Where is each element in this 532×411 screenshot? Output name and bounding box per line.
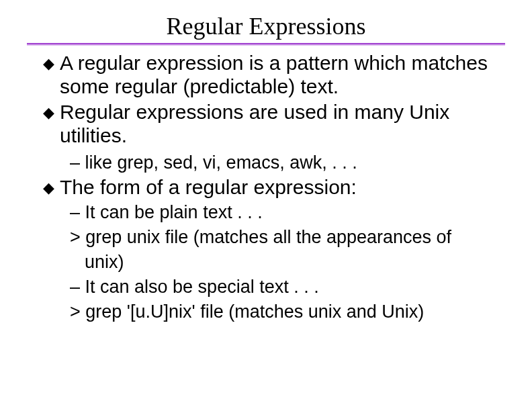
bullet-2: ◆ Regular expressions are used in many U…	[43, 100, 498, 148]
diamond-icon: ◆	[43, 104, 54, 148]
bullet-3: ◆ The form of a regular expression:	[43, 175, 498, 199]
bullet-1-text: A regular expression is a pattern which …	[60, 51, 498, 99]
slide-title: Regular Expressions	[27, 12, 505, 40]
bullet-3-sub-4: > grep '[u.U]nix' file (matches unix and…	[70, 301, 498, 323]
slide-body: ◆ A regular expression is a pattern whic…	[27, 51, 505, 323]
bullet-2-sub-1-text: – like grep, sed, vi, emacs, awk, . . .	[70, 152, 357, 173]
bullet-3-sub-3: – It can also be special text . . .	[70, 276, 498, 298]
bullet-3-text: The form of a regular expression:	[60, 175, 498, 199]
bullet-2-sub-1: – like grep, sed, vi, emacs, awk, . . .	[70, 152, 498, 174]
bullet-3-sub-2-cont: unix)	[85, 251, 498, 273]
diamond-icon: ◆	[43, 179, 54, 199]
bullet-3-sub-1: – It can be plain text . . .	[70, 201, 498, 224]
title-divider	[27, 43, 505, 46]
bullet-3-sub-1-text: – It can be plain text . . .	[70, 202, 263, 222]
bullet-3-sub-2: > grep unix file (matches all the appear…	[70, 226, 498, 248]
slide: Regular Expressions ◆ A regular expressi…	[0, 0, 532, 411]
bullet-3-sub-2-text: > grep unix file (matches all the appear…	[70, 227, 451, 247]
bullet-3-sub-3-text: – It can also be special text . . .	[70, 277, 319, 297]
diamond-icon: ◆	[43, 55, 54, 99]
bullet-2-text: Regular expressions are used in many Uni…	[60, 100, 498, 148]
bullet-3-sub-2b-text: unix)	[85, 252, 124, 272]
bullet-3-sub-4-text: > grep '[u.U]nix' file (matches unix and…	[70, 302, 424, 322]
bullet-1: ◆ A regular expression is a pattern whic…	[43, 51, 498, 99]
